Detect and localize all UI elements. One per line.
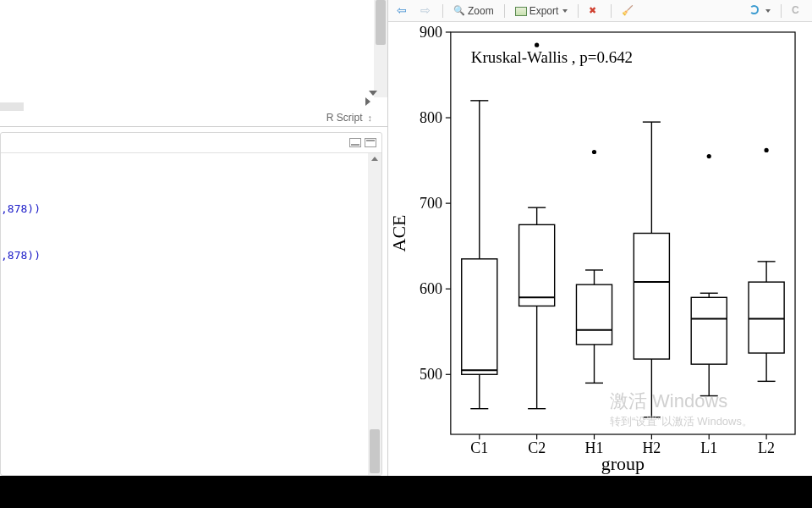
export-icon bbox=[515, 5, 527, 17]
svg-text:ACE: ACE bbox=[388, 215, 409, 252]
app-root: R Script ,878)) ,878)) bbox=[0, 0, 812, 476]
console-line: ,878)) bbox=[1, 249, 381, 262]
svg-rect-23 bbox=[519, 224, 555, 306]
refresh-button[interactable] bbox=[788, 3, 807, 19]
svg-text:H2: H2 bbox=[642, 439, 661, 456]
plot-area: 500600700800900C1C2H1H2L1L2groupACEKrusk… bbox=[388, 22, 812, 476]
svg-text:500: 500 bbox=[420, 366, 442, 383]
svg-point-51 bbox=[707, 154, 711, 158]
svg-text:Kruskal-Wallis , p=0.642: Kruskal-Wallis , p=0.642 bbox=[471, 48, 633, 66]
svg-rect-32 bbox=[576, 284, 612, 345]
svg-point-25 bbox=[535, 43, 539, 47]
svg-rect-41 bbox=[634, 233, 669, 359]
broom-icon bbox=[622, 5, 634, 17]
export-button[interactable]: Export bbox=[512, 3, 572, 19]
collapse-down-icon[interactable] bbox=[369, 91, 377, 96]
remove-plot-button[interactable] bbox=[585, 3, 604, 19]
svg-text:L2: L2 bbox=[758, 439, 775, 456]
zoom-button[interactable]: Zoom bbox=[450, 3, 497, 19]
maximize-pane-icon[interactable] bbox=[365, 138, 376, 147]
zoom-label: Zoom bbox=[468, 5, 494, 17]
svg-point-34 bbox=[592, 150, 596, 154]
console-toolbar bbox=[1, 133, 381, 153]
boxplot-chart: 500600700800900C1C2H1H2L1L2groupACEKrusk… bbox=[388, 22, 812, 475]
source-console-pane: R Script ,878)) ,878)) bbox=[0, 0, 387, 476]
refresh-icon bbox=[792, 5, 804, 17]
svg-text:group: group bbox=[601, 453, 645, 474]
plot-forward-button[interactable] bbox=[417, 3, 436, 19]
scroll-up-icon bbox=[371, 157, 378, 161]
console-body[interactable]: ,878)) ,878)) bbox=[1, 153, 381, 475]
svg-rect-49 bbox=[691, 297, 727, 364]
arrow-left-icon bbox=[397, 5, 409, 17]
svg-rect-58 bbox=[749, 282, 784, 353]
plots-toolbar: Zoom Export bbox=[388, 0, 812, 22]
bottom-black-bar bbox=[0, 476, 812, 508]
publish-icon bbox=[749, 5, 761, 17]
minimize-pane-icon[interactable] bbox=[349, 138, 361, 147]
remove-icon bbox=[589, 5, 601, 17]
plots-pane: Zoom Export 500600700800900C1C2H1H2L1L2g… bbox=[387, 0, 812, 476]
publish-button[interactable] bbox=[746, 3, 774, 19]
console-scrollbar[interactable] bbox=[368, 153, 381, 475]
pane-collapse-strip bbox=[0, 97, 387, 109]
console-pane: ,878)) ,878)) bbox=[0, 132, 382, 476]
file-type-selector[interactable]: R Script bbox=[326, 109, 387, 126]
chevron-down-icon bbox=[562, 9, 568, 13]
svg-text:C1: C1 bbox=[470, 439, 488, 456]
updown-icon bbox=[366, 112, 373, 124]
svg-text:600: 600 bbox=[420, 280, 442, 297]
svg-text:800: 800 bbox=[420, 109, 442, 126]
export-label: Export bbox=[529, 5, 559, 17]
svg-text:900: 900 bbox=[420, 24, 442, 41]
svg-text:700: 700 bbox=[420, 195, 442, 212]
console-line: ,878)) bbox=[1, 202, 381, 215]
editor-scrollbar[interactable] bbox=[374, 0, 387, 97]
svg-text:C2: C2 bbox=[528, 439, 546, 456]
chevron-down-icon bbox=[765, 9, 771, 13]
source-editor[interactable]: R Script bbox=[0, 0, 387, 127]
svg-text:L1: L1 bbox=[700, 439, 717, 456]
svg-rect-15 bbox=[462, 259, 497, 374]
arrow-right-icon bbox=[420, 5, 432, 17]
clear-plots-button[interactable] bbox=[618, 3, 637, 19]
file-type-label: R Script bbox=[326, 112, 363, 124]
zoom-icon bbox=[453, 5, 465, 17]
plot-back-button[interactable] bbox=[393, 3, 412, 19]
collapse-right-icon[interactable] bbox=[365, 97, 370, 106]
svg-rect-0 bbox=[451, 32, 795, 434]
pane-drag-handle[interactable] bbox=[0, 102, 24, 111]
svg-point-60 bbox=[764, 148, 768, 152]
